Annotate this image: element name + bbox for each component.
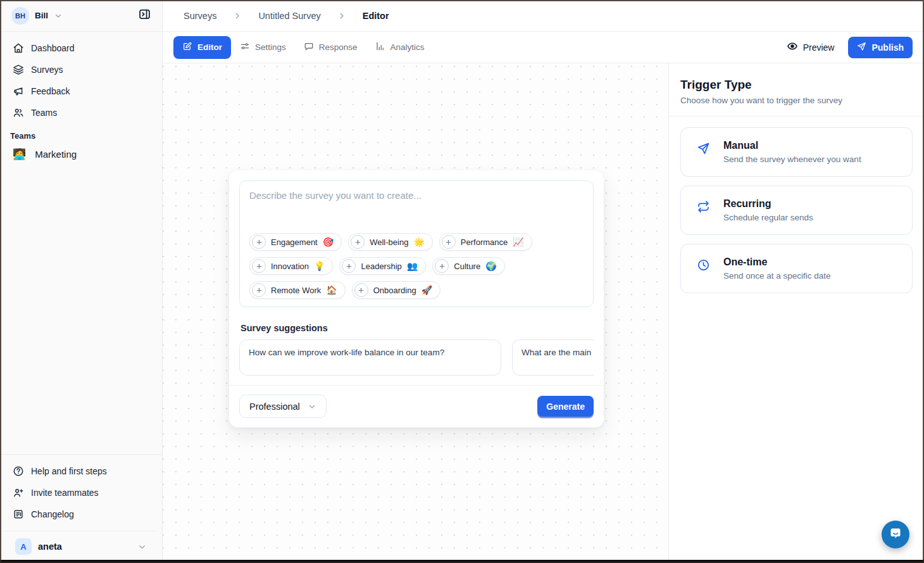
chip-well-being[interactable]: Well-being 🌟 [348,233,433,251]
workspace-name: Bill [35,11,48,20]
composer-footer: Professional Generate [229,385,604,427]
user-plus-icon [13,487,24,498]
breadcrumb-surveys[interactable]: Surveys [184,11,216,21]
chevron-down-icon [308,402,316,411]
trigger-option-text: One-time Send once at a specific date [723,256,831,281]
chip-label: Culture [454,262,480,271]
editor-canvas[interactable]: Engagement 🎯 Well-being 🌟 Performance [163,63,669,563]
chip-label: Innovation [271,262,309,271]
panel-subtitle: Choose how you want to trigger the surve… [680,96,913,105]
house-emoji-icon: 🏠 [326,286,337,294]
chip-label: Performance [461,237,508,247]
preview-button[interactable]: Preview [787,41,835,54]
tab-settings[interactable]: Settings [231,36,295,59]
chat-bubble-icon [888,526,903,543]
sidebar-item-label: Feedback [31,86,70,96]
collapse-sidebar-button[interactable] [135,7,153,25]
plus-icon [354,283,368,297]
chip-label: Well-being [370,237,408,247]
sidebar-item-feedback[interactable]: Feedback [5,80,157,102]
chip-innovation[interactable]: Innovation 💡 [249,257,333,275]
edit-icon [182,41,192,53]
repeat-icon [697,198,711,222]
topic-chips: Engagement 🎯 Well-being 🌟 Performance [249,233,584,299]
sidebar-item-invite[interactable]: Invite teammates [5,482,157,503]
trigger-option-manual[interactable]: Manual Send the survey whenever you want [680,127,913,177]
trigger-type-panel: Trigger Type Choose how you want to trig… [669,63,924,563]
chart-emoji-icon: 📈 [513,237,523,246]
tone-select[interactable]: Professional [239,395,327,418]
panel-collapse-icon [138,8,151,23]
sidebar-item-surveys[interactable]: Surveys [5,59,157,80]
rocket-emoji-icon: 🚀 [421,286,432,294]
chip-label: Leadership [361,262,401,271]
chip-onboarding[interactable]: Onboarding 🚀 [352,281,440,299]
app-window: BH Bill Dashboard Surv [0,0,924,563]
prompt-box: Engagement 🎯 Well-being 🌟 Performance [239,180,594,307]
panel-title: Trigger Type [680,78,913,92]
changelog-icon [13,509,24,520]
trigger-option-text: Manual Send the survey whenever you want [723,140,861,164]
clock-icon [697,256,711,281]
plus-icon [351,235,365,249]
trigger-option-recurring[interactable]: Recurring Schedule regular sends [680,186,913,235]
star-emoji-icon: 🌟 [413,237,424,246]
people-emoji-icon: 👥 [407,262,418,270]
tab-response[interactable]: Response [295,36,366,59]
trigger-option-title: Recurring [723,198,813,210]
trigger-panel-header: Trigger Type Choose how you want to trig… [669,63,924,117]
trigger-option-description: Schedule regular sends [723,213,813,222]
breadcrumb-editor: Editor [363,11,389,21]
publish-button[interactable]: Publish [848,37,913,58]
megaphone-icon [13,85,24,97]
sidebar-item-changelog[interactable]: Changelog [5,503,157,525]
generate-button[interactable]: Generate [537,396,594,417]
tab-label: Editor [197,42,222,52]
bar-chart-icon [375,41,385,53]
chip-label: Onboarding [373,286,416,295]
chevron-right-icon [337,11,346,20]
chip-remote-work[interactable]: Remote Work 🏠 [249,281,346,299]
tone-select-value: Professional [249,402,300,412]
layers-icon [13,64,24,75]
sidebar-item-label: Teams [31,108,57,118]
chevron-down-icon [54,11,63,20]
chat-icon [304,41,314,53]
workspace-switcher[interactable]: BH Bill [0,0,162,32]
ai-composer-card: Engagement 🎯 Well-being 🌟 Performance [229,170,604,427]
chip-engagement[interactable]: Engagement 🎯 [249,233,342,251]
toolbar-actions: Preview Publish [787,37,913,58]
trigger-option-title: One-time [723,256,831,268]
sidebar-nav: Dashboard Surveys Feedback Teams [0,32,162,123]
sidebar-item-dashboard[interactable]: Dashboard [5,37,157,59]
user-menu[interactable]: A aneta [5,531,157,563]
main-area: Surveys Untitled Survey Editor Editor [163,0,924,563]
sidebar-item-label: Dashboard [31,43,75,53]
tab-label: Settings [255,42,286,52]
tab-editor[interactable]: Editor [173,36,231,59]
chip-leadership[interactable]: Leadership 👥 [339,257,426,275]
chip-culture[interactable]: Culture 🌍 [432,257,504,275]
tab-analytics[interactable]: Analytics [366,36,434,59]
chip-performance[interactable]: Performance 📈 [439,233,532,251]
sidebar-item-help[interactable]: Help and first steps [5,460,157,482]
survey-prompt-input[interactable] [249,190,584,233]
suggestion-card[interactable]: How can we improve work-life balance in … [239,339,501,376]
chevron-right-icon [233,11,242,20]
sidebar-item-teams[interactable]: Teams [5,102,157,123]
sidebar-item-team-marketing[interactable]: 🧑‍💻 Marketing [0,142,162,166]
suggestion-card[interactable]: What are the main obstacles in our workf… [512,339,594,376]
trigger-option-one-time[interactable]: One-time Send once at a specific date [680,244,913,293]
sidebar-footer: Help and first steps Invite teammates Ch… [0,454,162,563]
team-name: Marketing [35,149,77,160]
sidebar-item-label: Surveys [31,65,63,75]
chat-launcher-button[interactable] [882,521,909,548]
suggestions-row: How can we improve work-life balance in … [239,339,594,376]
send-icon [697,140,711,164]
plus-icon [252,259,266,273]
chip-label: Engagement [271,237,318,247]
breadcrumb-untitled-survey[interactable]: Untitled Survey [258,11,320,21]
teams-section-label: Teams [0,123,162,142]
help-circle-icon [13,465,24,477]
technologist-emoji-icon: 🧑‍💻 [13,149,26,160]
